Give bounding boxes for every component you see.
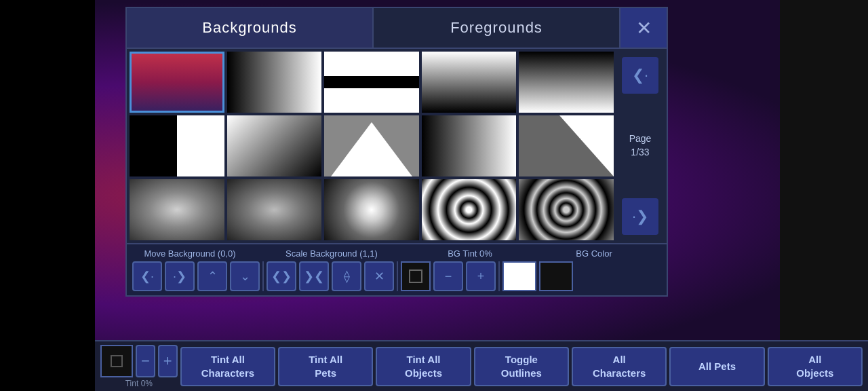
- all-chars-label: AllCharacters: [593, 353, 646, 379]
- side-nav: ❮· Page 1/33 ·❯: [616, 52, 664, 240]
- all-pets-button[interactable]: All Pets: [669, 347, 764, 386]
- tint-swatch-inner: [111, 355, 123, 367]
- thumb-13[interactable]: [422, 179, 517, 240]
- thumb-1[interactable]: [227, 52, 322, 113]
- thumb-2[interactable]: [324, 52, 419, 113]
- scale-expand-v-icon: ⟠: [344, 269, 350, 284]
- left-panel: [0, 0, 95, 391]
- thumb-8[interactable]: [422, 115, 517, 176]
- tint-decrease-button[interactable]: −: [433, 261, 463, 291]
- tint-row: − +: [100, 345, 178, 377]
- tint-all-objects-button[interactable]: Tint AllObjects: [376, 347, 471, 386]
- right-panel: [780, 0, 868, 391]
- thumb-6[interactable]: [227, 115, 322, 176]
- tint-all-chars-label: Tint AllCharacters: [201, 353, 254, 379]
- thumb-5[interactable]: [130, 115, 224, 176]
- move-right-button[interactable]: ·❯: [165, 261, 195, 291]
- scale-expand-h-icon: ❮❯: [271, 269, 292, 284]
- controls-row: Move Background (0,0) Scale Background (…: [127, 243, 667, 295]
- tint-label: BG Tint 0%: [416, 248, 524, 259]
- next-page-button[interactable]: ·❯: [622, 198, 658, 235]
- tint-increase-button[interactable]: +: [466, 261, 496, 291]
- global-tint-decrease-button[interactable]: −: [136, 345, 155, 377]
- color-label: BG Color: [527, 248, 661, 259]
- tint-all-objects-label: Tint AllObjects: [405, 353, 442, 379]
- all-characters-button[interactable]: AllCharacters: [572, 347, 667, 386]
- tint-swatch-inner: [409, 269, 422, 283]
- move-left-button[interactable]: ❮·: [132, 261, 162, 291]
- separator-1: [262, 261, 264, 291]
- close-button[interactable]: ✕: [619, 8, 667, 48]
- move-up-button[interactable]: ⌃: [197, 261, 227, 291]
- plus-icon: +: [163, 352, 172, 370]
- move-left-icon: ❮·: [140, 269, 154, 284]
- scale-expand-h-button[interactable]: ❮❯: [267, 261, 296, 291]
- toggle-outlines-button[interactable]: ToggleOutlines: [474, 347, 569, 386]
- tint-all-characters-button[interactable]: Tint AllCharacters: [180, 347, 275, 386]
- bg-color-white[interactable]: [502, 261, 536, 291]
- scale-expand-v-button[interactable]: ⟠: [332, 261, 361, 291]
- all-objects-label: AllObjects: [796, 353, 833, 379]
- move-down-icon: ⌄: [240, 269, 250, 284]
- tint-all-pets-label: Tint AllPets: [309, 353, 342, 379]
- controls-labels: Move Background (0,0) Scale Background (…: [132, 248, 661, 259]
- scale-shrink-v-button[interactable]: ✕: [364, 261, 394, 291]
- all-pets-label: All Pets: [698, 360, 736, 373]
- thumb-12[interactable]: [324, 179, 419, 240]
- minus-icon: −: [445, 269, 452, 284]
- thumb-3[interactable]: [422, 52, 517, 113]
- prev-icon: ❮·: [632, 67, 648, 84]
- tab-foregrounds[interactable]: Foregrounds: [372, 8, 619, 48]
- move-down-button[interactable]: ⌄: [230, 261, 260, 291]
- toggle-outlines-label: ToggleOutlines: [501, 353, 542, 379]
- bottom-toolbar: − + Tint 0% Tint AllCharacters Tint AllP…: [95, 340, 868, 391]
- tab-row: Backgrounds Foregrounds ✕: [127, 8, 667, 49]
- tint-section: − + Tint 0%: [100, 345, 178, 388]
- global-tint-increase-button[interactable]: +: [158, 345, 178, 377]
- thumb-10[interactable]: [130, 179, 224, 240]
- bg-color-black[interactable]: [539, 261, 573, 291]
- thumb-4[interactable]: [519, 52, 614, 113]
- thumb-9[interactable]: [519, 115, 614, 176]
- scale-shrink-h-icon: ❯❮: [304, 269, 324, 284]
- move-up-icon: ⌃: [208, 269, 218, 284]
- plus-icon: +: [477, 269, 485, 284]
- separator-3: [498, 261, 500, 291]
- main-panel: Backgrounds Foregrounds ✕: [125, 7, 668, 297]
- all-objects-button[interactable]: AllObjects: [768, 347, 863, 386]
- tab-backgrounds[interactable]: Backgrounds: [127, 8, 372, 48]
- thumb-0[interactable]: [130, 52, 224, 113]
- minus-icon: −: [141, 352, 150, 370]
- scale-label: Scale Background (1,1): [250, 248, 413, 259]
- thumb-7[interactable]: [324, 115, 419, 176]
- thumbnails-grid: [130, 52, 614, 240]
- thumb-11[interactable]: [227, 179, 322, 240]
- move-label: Move Background (0,0): [132, 248, 248, 259]
- next-icon: ·❯: [632, 208, 648, 225]
- page-indicator: Page 1/33: [629, 132, 652, 159]
- scale-shrink-v-icon: ✕: [374, 269, 384, 284]
- tint-all-pets-button[interactable]: Tint AllPets: [278, 347, 373, 386]
- move-right-icon: ·❯: [173, 269, 186, 284]
- tint-swatch[interactable]: [401, 261, 431, 291]
- separator-2: [397, 261, 398, 291]
- tint-pct-label: Tint 0%: [125, 379, 153, 388]
- controls-buttons: ❮· ·❯ ⌃ ⌄ ❮❯ ❯❮ ⟠ ✕ − +: [132, 261, 661, 291]
- prev-page-button[interactable]: ❮·: [622, 57, 658, 94]
- thumb-14[interactable]: [519, 179, 614, 240]
- scale-shrink-h-button[interactable]: ❯❮: [299, 261, 329, 291]
- grid-area: ❮· Page 1/33 ·❯: [127, 49, 667, 243]
- tint-color-swatch[interactable]: [100, 345, 133, 377]
